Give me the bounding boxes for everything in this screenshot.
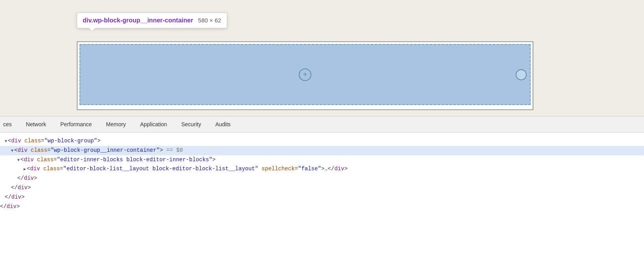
block-container: + xyxy=(77,41,533,110)
tab-ces-label: ces xyxy=(3,121,12,127)
tab-memory[interactable]: Memory xyxy=(99,116,133,133)
code-line-5: </div> xyxy=(0,174,644,183)
tab-ces[interactable]: ces xyxy=(0,116,19,133)
tab-performance[interactable]: Performance xyxy=(53,116,99,133)
tooltip-dimensions: 580 × 62 xyxy=(198,17,221,24)
element-tooltip: div.wp-block-group__inner-container 580 … xyxy=(77,13,227,28)
code-line-8: </div> xyxy=(0,202,644,212)
tooltip-selector: div.wp-block-group__inner-container xyxy=(83,17,193,24)
code-line-2[interactable]: ▼ <div class="wp-block-group__inner-cont… xyxy=(0,146,644,155)
toggle-icon-1[interactable]: ▼ xyxy=(5,138,7,145)
code-line-6: </div> xyxy=(0,183,644,193)
resize-handle[interactable] xyxy=(516,69,527,80)
preview-area: div.wp-block-group__inner-container 580 … xyxy=(0,0,644,116)
tab-network-label: Network xyxy=(26,121,46,127)
tab-network[interactable]: Network xyxy=(19,116,53,133)
toggle-icon-4[interactable]: ▶ xyxy=(24,166,26,173)
tab-security-label: Security xyxy=(181,121,201,127)
tab-memory-label: Memory xyxy=(106,121,126,127)
code-line-1[interactable]: ▼ <div class="wp-block-group" > xyxy=(0,136,644,146)
code-line-7: </div> xyxy=(0,193,644,202)
code-line-3[interactable]: ▼ <div class="editor-inner-blocks block-… xyxy=(0,155,644,165)
tab-application[interactable]: Application xyxy=(133,116,174,133)
tab-security[interactable]: Security xyxy=(174,116,208,133)
tab-application-label: Application xyxy=(140,121,167,127)
toggle-icon-2[interactable]: ▼ xyxy=(11,147,13,154)
block-inner[interactable]: + xyxy=(80,44,531,105)
devtools-tab-bar: ces Network Performance Memory Applicati… xyxy=(0,116,644,133)
tab-audits[interactable]: Audits xyxy=(208,116,238,133)
toggle-icon-3[interactable]: ▼ xyxy=(17,157,20,164)
tab-performance-label: Performance xyxy=(60,121,92,127)
add-block-button[interactable]: + xyxy=(299,68,311,81)
tab-audits-label: Audits xyxy=(215,121,231,127)
code-panel[interactable]: ▼ <div class="wp-block-group" > ▼ <div c… xyxy=(0,133,644,258)
code-line-4[interactable]: ▶ <div class="editor-block-list__layout … xyxy=(0,164,644,174)
